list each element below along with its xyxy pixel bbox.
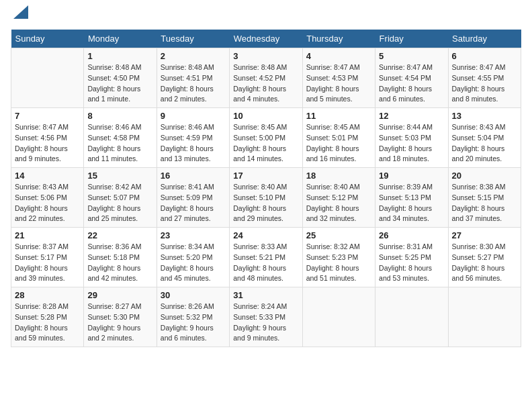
calendar-cell: 11Sunrise: 8:45 AM Sunset: 5:01 PM Dayli… <box>302 108 375 168</box>
day-number: 14 <box>15 171 80 181</box>
calendar-cell: 18Sunrise: 8:40 AM Sunset: 5:12 PM Dayli… <box>302 168 375 228</box>
header-day-wednesday: Wednesday <box>230 30 302 48</box>
calendar-cell: 4Sunrise: 8:47 AM Sunset: 4:53 PM Daylig… <box>302 48 375 108</box>
calendar-cell: 5Sunrise: 8:47 AM Sunset: 4:54 PM Daylig… <box>375 48 448 108</box>
week-row-4: 21Sunrise: 8:37 AM Sunset: 5:17 PM Dayli… <box>11 228 521 287</box>
calendar-cell: 27Sunrise: 8:30 AM Sunset: 5:27 PM Dayli… <box>448 228 521 287</box>
day-number: 27 <box>452 230 517 240</box>
day-number: 3 <box>233 51 298 61</box>
calendar-cell: 16Sunrise: 8:41 AM Sunset: 5:09 PM Dayli… <box>157 168 229 228</box>
day-number: 23 <box>161 230 226 240</box>
day-number: 4 <box>306 51 371 61</box>
day-number: 2 <box>161 51 226 61</box>
calendar-cell: 21Sunrise: 8:37 AM Sunset: 5:17 PM Dayli… <box>11 228 84 287</box>
day-number: 12 <box>379 111 444 121</box>
calendar-cell: 23Sunrise: 8:34 AM Sunset: 5:20 PM Dayli… <box>157 228 229 287</box>
calendar-cell <box>448 287 521 347</box>
calendar-cell: 15Sunrise: 8:42 AM Sunset: 5:07 PM Dayli… <box>84 168 157 228</box>
day-info: Sunrise: 8:43 AM Sunset: 5:06 PM Dayligh… <box>15 182 80 224</box>
day-info: Sunrise: 8:40 AM Sunset: 5:10 PM Dayligh… <box>233 182 298 224</box>
day-number: 26 <box>379 230 444 240</box>
day-number: 1 <box>87 51 152 61</box>
calendar-cell: 9Sunrise: 8:46 AM Sunset: 4:59 PM Daylig… <box>157 108 229 168</box>
day-number: 19 <box>379 171 444 181</box>
calendar-cell: 28Sunrise: 8:28 AM Sunset: 5:28 PM Dayli… <box>11 287 84 347</box>
logo-arrow-icon <box>13 5 28 19</box>
calendar-cell: 8Sunrise: 8:46 AM Sunset: 4:58 PM Daylig… <box>84 108 157 168</box>
calendar-cell: 24Sunrise: 8:33 AM Sunset: 5:21 PM Dayli… <box>230 228 302 287</box>
day-number: 5 <box>379 51 444 61</box>
week-row-1: 1Sunrise: 8:48 AM Sunset: 4:50 PM Daylig… <box>11 48 521 108</box>
day-info: Sunrise: 8:44 AM Sunset: 5:03 PM Dayligh… <box>379 122 444 165</box>
header-day-saturday: Saturday <box>448 30 521 48</box>
day-number: 6 <box>452 51 517 61</box>
day-info: Sunrise: 8:41 AM Sunset: 5:09 PM Dayligh… <box>161 182 226 224</box>
day-number: 17 <box>233 171 298 181</box>
day-number: 30 <box>161 290 226 300</box>
day-number: 31 <box>233 290 298 300</box>
calendar-cell: 3Sunrise: 8:48 AM Sunset: 4:52 PM Daylig… <box>230 48 302 108</box>
header-day-thursday: Thursday <box>302 30 375 48</box>
header-day-friday: Friday <box>375 30 448 48</box>
calendar-cell: 30Sunrise: 8:26 AM Sunset: 5:32 PM Dayli… <box>157 287 229 347</box>
day-info: Sunrise: 8:40 AM Sunset: 5:12 PM Dayligh… <box>306 182 371 224</box>
calendar-cell <box>11 48 84 108</box>
day-info: Sunrise: 8:47 AM Sunset: 4:54 PM Dayligh… <box>379 62 444 105</box>
calendar-cell: 7Sunrise: 8:47 AM Sunset: 4:56 PM Daylig… <box>11 108 84 168</box>
calendar-cell: 17Sunrise: 8:40 AM Sunset: 5:10 PM Dayli… <box>230 168 302 228</box>
calendar-cell <box>302 287 375 347</box>
day-number: 11 <box>306 111 371 121</box>
day-info: Sunrise: 8:48 AM Sunset: 4:50 PM Dayligh… <box>87 62 152 105</box>
day-info: Sunrise: 8:48 AM Sunset: 4:52 PM Dayligh… <box>233 62 298 105</box>
header-day-tuesday: Tuesday <box>157 30 229 48</box>
header-day-monday: Monday <box>84 30 157 48</box>
day-number: 9 <box>161 111 226 121</box>
day-number: 8 <box>87 111 152 121</box>
svg-marker-0 <box>13 5 28 19</box>
calendar-cell: 29Sunrise: 8:27 AM Sunset: 5:30 PM Dayli… <box>84 287 157 347</box>
day-info: Sunrise: 8:37 AM Sunset: 5:17 PM Dayligh… <box>15 242 80 284</box>
day-info: Sunrise: 8:28 AM Sunset: 5:28 PM Dayligh… <box>15 302 80 344</box>
day-number: 10 <box>233 111 298 121</box>
day-info: Sunrise: 8:30 AM Sunset: 5:27 PM Dayligh… <box>452 242 517 284</box>
day-number: 24 <box>233 230 298 240</box>
calendar-cell: 19Sunrise: 8:39 AM Sunset: 5:13 PM Dayli… <box>375 168 448 228</box>
day-info: Sunrise: 8:39 AM Sunset: 5:13 PM Dayligh… <box>379 182 444 224</box>
calendar-body: 1Sunrise: 8:48 AM Sunset: 4:50 PM Daylig… <box>11 48 521 347</box>
day-number: 18 <box>306 171 371 181</box>
calendar-cell: 6Sunrise: 8:47 AM Sunset: 4:55 PM Daylig… <box>448 48 521 108</box>
logo <box>11 11 28 21</box>
day-info: Sunrise: 8:47 AM Sunset: 4:55 PM Dayligh… <box>452 62 517 105</box>
calendar-header: SundayMondayTuesdayWednesdayThursdayFrid… <box>11 30 521 48</box>
day-number: 22 <box>87 230 152 240</box>
day-info: Sunrise: 8:48 AM Sunset: 4:51 PM Dayligh… <box>161 62 226 105</box>
header-day-sunday: Sunday <box>11 30 84 48</box>
day-info: Sunrise: 8:46 AM Sunset: 4:58 PM Dayligh… <box>87 122 152 165</box>
calendar-cell: 20Sunrise: 8:38 AM Sunset: 5:15 PM Dayli… <box>448 168 521 228</box>
day-number: 13 <box>452 111 517 121</box>
day-info: Sunrise: 8:24 AM Sunset: 5:33 PM Dayligh… <box>233 302 298 344</box>
day-info: Sunrise: 8:26 AM Sunset: 5:32 PM Dayligh… <box>161 302 226 344</box>
day-info: Sunrise: 8:42 AM Sunset: 5:07 PM Dayligh… <box>87 182 152 224</box>
day-info: Sunrise: 8:46 AM Sunset: 4:59 PM Dayligh… <box>161 122 226 165</box>
day-number: 21 <box>15 230 80 240</box>
calendar-cell <box>375 287 448 347</box>
day-info: Sunrise: 8:47 AM Sunset: 4:53 PM Dayligh… <box>306 62 371 105</box>
day-info: Sunrise: 8:34 AM Sunset: 5:20 PM Dayligh… <box>161 242 226 284</box>
week-row-2: 7Sunrise: 8:47 AM Sunset: 4:56 PM Daylig… <box>11 108 521 168</box>
day-info: Sunrise: 8:36 AM Sunset: 5:18 PM Dayligh… <box>87 242 152 284</box>
day-number: 16 <box>161 171 226 181</box>
calendar-cell: 12Sunrise: 8:44 AM Sunset: 5:03 PM Dayli… <box>375 108 448 168</box>
calendar-cell: 26Sunrise: 8:31 AM Sunset: 5:25 PM Dayli… <box>375 228 448 287</box>
day-info: Sunrise: 8:45 AM Sunset: 5:00 PM Dayligh… <box>233 122 298 165</box>
day-number: 29 <box>87 290 152 300</box>
calendar-cell: 25Sunrise: 8:32 AM Sunset: 5:23 PM Dayli… <box>302 228 375 287</box>
day-info: Sunrise: 8:27 AM Sunset: 5:30 PM Dayligh… <box>87 302 152 344</box>
calendar-cell: 31Sunrise: 8:24 AM Sunset: 5:33 PM Dayli… <box>230 287 302 347</box>
calendar-cell: 14Sunrise: 8:43 AM Sunset: 5:06 PM Dayli… <box>11 168 84 228</box>
week-row-5: 28Sunrise: 8:28 AM Sunset: 5:28 PM Dayli… <box>11 287 521 347</box>
page-header <box>11 11 521 21</box>
day-number: 28 <box>15 290 80 300</box>
header-row: SundayMondayTuesdayWednesdayThursdayFrid… <box>11 30 521 48</box>
calendar-cell: 1Sunrise: 8:48 AM Sunset: 4:50 PM Daylig… <box>84 48 157 108</box>
